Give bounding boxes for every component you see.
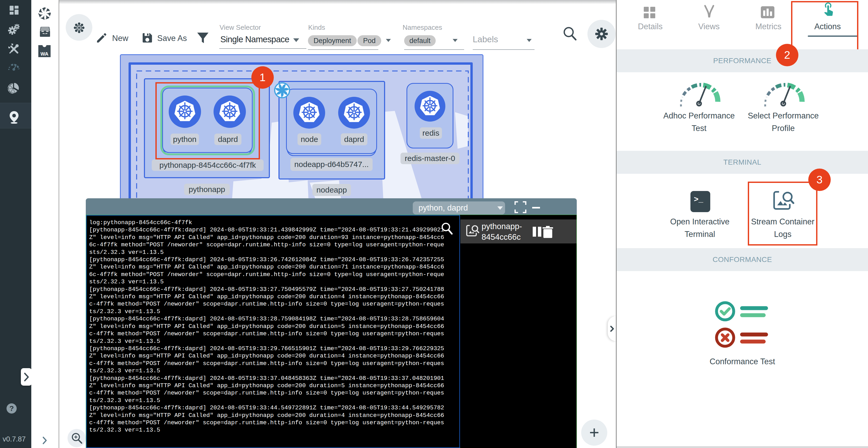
svg-text:WA: WA [40, 51, 49, 57]
